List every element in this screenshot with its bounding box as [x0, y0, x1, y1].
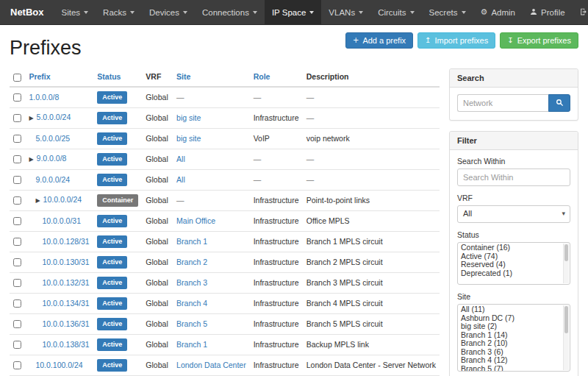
add-prefix-button[interactable]: + Add a prefix	[345, 32, 413, 49]
table-row: 10.0.0.138/31ActiveGlobalBranch 1Infrast…	[10, 334, 440, 355]
description-cell: —	[303, 169, 440, 190]
filter-option[interactable]: Reserved (4)	[458, 260, 562, 269]
prefix-link[interactable]: 10.0.0.138/31	[42, 340, 89, 349]
navbar: NetBox SitesRacksDevicesConnectionsIP Sp…	[0, 0, 588, 25]
nav-item-sites[interactable]: Sites	[54, 0, 96, 24]
nav-item-secrets[interactable]: Secrets	[422, 0, 473, 24]
status-badge: Active	[97, 359, 127, 372]
select-all-checkbox[interactable]	[13, 74, 21, 82]
filter-option[interactable]: big site (2)	[458, 322, 562, 331]
filter-option[interactable]: Branch 5 (7)	[458, 365, 562, 372]
status-badge: Active	[97, 235, 127, 248]
prefix-link[interactable]: 10.0.0.130/31	[42, 258, 89, 266]
navbar-brand[interactable]: NetBox	[0, 0, 54, 24]
row-checkbox[interactable]	[13, 155, 21, 163]
search-input[interactable]	[457, 94, 548, 112]
column-header-prefix[interactable]: Prefix	[25, 68, 93, 87]
column-header-role[interactable]: Role	[250, 68, 303, 87]
prefix-link[interactable]: 9.0.0.0/8	[37, 154, 67, 163]
import-prefixes-button[interactable]: ↥ Import prefixes	[417, 32, 495, 49]
prefix-link[interactable]: 10.0.100.0/24	[35, 361, 82, 369]
nav-item-logout[interactable]: Log out	[573, 0, 588, 24]
expand-children-icon[interactable]: ▶	[29, 115, 33, 121]
site-link[interactable]: Branch 4	[176, 299, 207, 308]
prefix-link[interactable]: 1.0.0.0/8	[29, 93, 59, 102]
prefix-link[interactable]: 9.0.0.0/24	[35, 175, 70, 184]
status-filter-list[interactable]: Container (16)Active (74)Reserved (4)Dep…	[457, 242, 570, 285]
page-title: Prefixes	[10, 37, 82, 60]
filter-option[interactable]: Branch 1 (14)	[458, 331, 562, 340]
filter-option[interactable]: Container (16)	[458, 244, 562, 252]
site-link[interactable]: big site	[176, 113, 201, 122]
table-row: 5.0.0.0/25ActiveGlobalbig siteVoIPvoip n…	[10, 128, 440, 149]
filter-option[interactable]: All (11)	[458, 305, 562, 314]
row-checkbox[interactable]	[13, 279, 21, 287]
column-header-status[interactable]: Status	[93, 68, 142, 87]
nav-item-admin[interactable]: ⚙ Admin	[473, 0, 523, 24]
filter-option[interactable]: Active (74)	[458, 252, 562, 261]
prefix-link[interactable]: 10.0.0.134/31	[42, 299, 89, 308]
prefix-link[interactable]: 10.0.0.0/24	[43, 195, 82, 204]
nav-item-connections[interactable]: Connections	[195, 0, 265, 24]
filter-option[interactable]: Branch 2 (10)	[458, 339, 562, 348]
description-cell: Office MPLS	[303, 210, 440, 231]
site-link[interactable]: Branch 2	[176, 258, 207, 266]
role-cell: Infrastructure	[250, 293, 303, 313]
site-link[interactable]: Main Office	[176, 216, 215, 225]
nav-item-circuits[interactable]: Circuits	[370, 0, 421, 24]
prefix-link[interactable]: 10.0.0.128/31	[42, 237, 89, 246]
prefix-link[interactable]: 10.0.0.136/31	[42, 319, 89, 328]
filter-option[interactable]: Branch 4 (12)	[458, 356, 562, 365]
row-checkbox[interactable]	[13, 361, 21, 369]
role-cell: Infrastructure	[250, 190, 303, 210]
filter-option[interactable]: Branch 3 (6)	[458, 348, 562, 357]
scrollbar[interactable]	[563, 305, 569, 370]
filter-option[interactable]: Deprecated (1)	[458, 269, 562, 278]
description-cell: —	[303, 149, 440, 169]
site-link[interactable]: All	[176, 155, 185, 163]
nav-item-label: Secrets	[429, 8, 458, 17]
row-checkbox[interactable]	[13, 299, 21, 308]
prefix-link[interactable]: 5.0.0.0/24	[37, 113, 71, 121]
site-link[interactable]: London Data Center	[176, 361, 246, 369]
site-link[interactable]: big site	[176, 134, 201, 143]
row-checkbox[interactable]	[13, 196, 21, 205]
filter-panel: Filter Search Within VRF All ▾ Status Co…	[449, 131, 578, 376]
prefix-link[interactable]: 10.0.0.0/31	[42, 216, 81, 225]
nav-item-racks[interactable]: Racks	[96, 0, 142, 24]
row-checkbox[interactable]	[13, 320, 21, 328]
vrf-select[interactable]: All ▾	[457, 205, 570, 223]
row-checkbox[interactable]	[13, 217, 21, 225]
site-link[interactable]: Branch 1	[176, 340, 207, 349]
prefix-link[interactable]: 5.0.0.0/25	[35, 134, 70, 143]
row-checkbox[interactable]	[13, 93, 21, 102]
column-header-site[interactable]: Site	[173, 68, 250, 87]
expand-children-icon[interactable]: ▶	[29, 156, 33, 163]
row-checkbox[interactable]	[13, 114, 21, 122]
vrf-cell: Global	[142, 293, 173, 313]
search-within-input[interactable]	[457, 169, 570, 186]
filter-option[interactable]: Ashburn DC (7)	[458, 314, 562, 323]
row-checkbox[interactable]	[13, 341, 21, 349]
export-prefixes-button[interactable]: ↧ Export prefixes	[500, 32, 578, 49]
chevron-down-icon	[359, 11, 363, 14]
site-link[interactable]: Branch 5	[176, 319, 207, 328]
row-checkbox[interactable]	[13, 258, 21, 266]
row-checkbox[interactable]	[13, 135, 21, 143]
chevron-down-icon	[309, 11, 314, 14]
nav-item-label: Connections	[202, 8, 249, 17]
nav-item-vlans[interactable]: VLANs	[321, 0, 370, 24]
search-button[interactable]	[548, 94, 570, 112]
nav-item-profile[interactable]: Profile	[523, 0, 573, 24]
scrollbar[interactable]	[563, 244, 569, 283]
row-checkbox[interactable]	[13, 176, 21, 184]
prefix-link[interactable]: 10.0.0.132/31	[42, 278, 89, 287]
row-checkbox[interactable]	[13, 238, 21, 246]
site-link[interactable]: Branch 3	[176, 278, 207, 287]
site-filter-list[interactable]: All (11)Ashburn DC (7)big site (2)Branch…	[457, 304, 570, 372]
nav-item-devices[interactable]: Devices	[142, 0, 195, 24]
site-link[interactable]: All	[176, 175, 185, 184]
expand-children-icon[interactable]: ▶	[35, 197, 40, 204]
nav-item-ip-space[interactable]: IP Space	[265, 0, 321, 24]
site-link[interactable]: Branch 1	[176, 237, 207, 246]
